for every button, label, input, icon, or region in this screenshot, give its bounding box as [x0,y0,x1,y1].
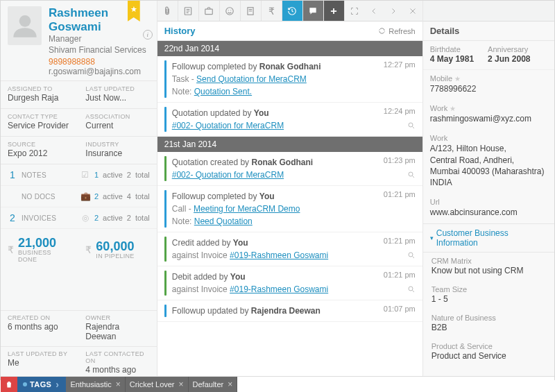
business-info-toggle[interactable]: Customer Business Information [423,223,554,253]
contact-email[interactable]: r.goswami@bajajins.com [49,67,150,76]
owner-label: OWNER [85,314,149,321]
quotations-stat[interactable]: ◎2active2total [74,207,157,229]
magnify-icon[interactable] [407,251,416,262]
history-title: History [164,26,196,36]
rupee-icon: ₹ [85,244,92,255]
docs-stat[interactable]: NO DOCS [1,186,74,207]
history-item: Quotation created by Ronak Godhani#002- … [157,152,422,186]
history-panel: ₹ History Refresh 22nd Jan 2014Followup … [157,1,423,380]
next-icon[interactable] [384,1,403,21]
rupee-icon[interactable]: ₹ [262,1,282,21]
tags-bar: TAGS Enthusiastic×Cricket Lover×Defaulte… [1,376,554,392]
tags-label[interactable]: TAGS [17,377,66,392]
svg-rect-2 [205,9,213,15]
business-info-field: CRM MatrixKnow but not using CRM [423,253,554,281]
note-icon[interactable] [178,1,199,21]
toolbar: ₹ [157,1,422,22]
business-info-field: Team Size1 - 5 [423,281,554,309]
in-pipeline: ₹60,000IN PIPELINE [78,229,156,270]
close-icon[interactable] [403,1,422,21]
contact-type: Service Provider [8,121,71,130]
mobile: 7788996622 [430,83,547,94]
info-icon[interactable]: i [143,30,153,40]
last-contacted: 4 months ago [85,365,149,375]
star-icon: ★ [454,75,461,83]
history-item: Followup completed by Ronak GodhaniTask … [157,56,422,103]
prev-icon[interactable] [364,1,384,21]
history-item: Followup updated by Rajendra Deewan01:07… [157,300,422,322]
date-band: 21st Jan 2014 [157,137,422,152]
svg-point-10 [409,287,413,291]
coin-icon: ◎ [80,213,90,223]
birthdate: 4 May 1981 [430,54,474,64]
rupee-icon: ₹ [8,244,14,255]
briefcase-icon[interactable] [199,1,220,21]
expand-icon[interactable] [345,1,364,21]
clip-icon[interactable] [157,1,178,21]
assigned-to-label: ASSIGNED TO [8,85,71,92]
business-done: ₹21,000BUSINESS DONE [1,229,78,270]
star-icon: ★ [450,105,456,112]
invoices-stat[interactable]: 2INVOICES [1,207,74,229]
history-icon[interactable] [282,1,303,21]
history-link[interactable]: #002- Quotation for MeraCRM [172,170,284,180]
source-label: SOURCE [8,141,71,148]
contact-role: Manager [49,34,150,45]
refresh-button[interactable]: Refresh [378,27,416,35]
industry-label: INDUSTRY [85,141,149,148]
last-updated-by-label: LAST UPDATED BY [8,350,71,357]
opportunities-stat[interactable]: 💼2active4total [74,186,157,207]
mobile-label: Mobile [430,74,452,83]
history-item: Credit added by Youagainst Invoice #019-… [157,232,422,266]
url[interactable]: www.abcinsurance.com [430,207,547,218]
notes-stat[interactable]: 1NOTES [1,164,74,186]
association: Current [85,121,149,130]
face-icon[interactable] [220,1,241,21]
chat-icon[interactable] [303,1,324,21]
svg-point-9 [409,253,413,257]
invoice-icon[interactable] [241,1,262,21]
tag-remove-icon[interactable]: × [228,380,232,389]
magnify-icon[interactable] [407,285,416,296]
tag-remove-icon[interactable]: × [116,380,121,389]
history-time: 01:07 pm [384,305,416,317]
left-panel: Rashmeen Goswami Manager Shivam Financia… [1,1,157,380]
contact-company: Shivam Financial Services [49,45,150,56]
tag-remove-icon[interactable]: × [179,380,184,389]
tasks-stat[interactable]: ☑1active2total [74,164,157,186]
created-on: 6 months ago [8,322,71,332]
history-item: Debit added by Youagainst Invoice #019-R… [157,266,422,300]
magnify-icon[interactable] [407,171,416,181]
tag-chip[interactable]: Cricket Lover× [126,377,189,392]
work-address: A/123, Hilton House, Central Road, Andhe… [430,143,547,188]
svg-point-7 [409,123,413,127]
history-link[interactable]: Send Quotation for MeraCRM [196,74,307,84]
owner: Rajendra Deewan [85,322,149,341]
work-email: rashmingoswami@xyz.com [430,113,547,124]
history-time: 12:27 pm [384,60,416,98]
history-link[interactable]: #019-Rashmeen Goswami [230,250,328,260]
contact-phone[interactable]: 9898988888 [49,57,150,67]
svg-point-8 [409,172,413,176]
check-icon: ☑ [80,170,90,180]
history-time: 01:21 pm [384,190,416,228]
delete-button[interactable] [1,377,17,392]
work-email-label: Work [430,104,447,112]
birthdate-label: Birthdate [430,45,474,53]
last-contacted-label: LAST CONTACTED ON [85,350,149,364]
history-item: Followup completed by YouCall - Meeting … [157,186,422,232]
industry: Insurance [85,148,149,158]
work-address-label: Work [430,134,547,142]
magnify-icon[interactable] [407,121,416,132]
avatar [8,6,42,45]
add-button[interactable] [324,1,345,21]
history-link[interactable]: #019-Rashmeen Goswami [230,284,328,294]
briefcase-icon: 💼 [80,191,90,201]
assigned-to: Durgesh Raja [8,93,71,103]
tag-chip[interactable]: Defaulter× [189,377,238,392]
tag-chip[interactable]: Enthusiastic× [66,377,125,392]
svg-point-0 [19,15,31,27]
history-link[interactable]: Meeting for MeraCRM Demo [194,204,300,214]
profile-header: Rashmeen Goswami Manager Shivam Financia… [1,1,157,80]
history-link[interactable]: #002- Quotation for MeraCRM [172,121,284,130]
